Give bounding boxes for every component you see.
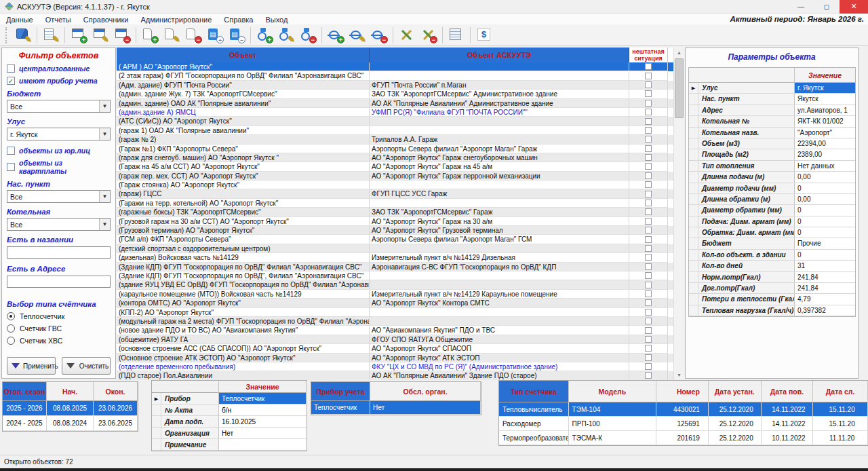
askuute-cell[interactable] (370, 117, 629, 126)
table-row[interactable]: (модульный гараж на 2 места) ФГУП "Госко… (117, 317, 684, 326)
askuute-cell[interactable]: АО "Аэропорт Якутск" Грузовой терминал (370, 226, 629, 235)
askuute-cell[interactable] (370, 71, 629, 80)
counter-column-header[interactable]: Дата сл. (813, 381, 868, 402)
parameter-value[interactable]: 0 (795, 205, 855, 215)
menu-item[interactable]: Справка (218, 16, 259, 24)
parameter-row[interactable]: БюджетПрочие (689, 238, 855, 249)
parameter-value[interactable]: г. Якутск (795, 83, 855, 93)
table-row[interactable]: (Гараж стоянка) АО "Аэропорт Якутск" (117, 181, 684, 189)
object-cell[interactable]: (Основное строение АТК ЭСТОП) АО "Аэропо… (117, 354, 370, 362)
object-cell[interactable]: (основное строение АСС (САБ СПАСОП)) АО … (117, 344, 370, 353)
device-row[interactable]: Примечание (152, 439, 307, 451)
parameter-row[interactable]: Обратка: Диам. армат (мм)0 (689, 227, 855, 238)
table-row[interactable]: (КПП-2) АО "Аэропорт Якутск" (117, 308, 684, 317)
column-header-askuute[interactable]: Объект АСКУУТЭ (370, 48, 629, 62)
clear-button[interactable]: Очистить (62, 357, 111, 375)
table-row[interactable]: (отделение временного пребывания)ФКУ "ЦХ… (117, 362, 684, 371)
toolbar-grip[interactable] (5, 27, 8, 43)
season-row[interactable]: 2025 - 202608.08.202523.06.2026 (3, 401, 138, 416)
menu-item[interactable]: Отчеты (39, 16, 77, 24)
counter-column-header[interactable]: Дата устан. (709, 381, 762, 402)
scroll-down-icon[interactable]: ▼ (674, 370, 684, 380)
object-cell[interactable]: ( АРМ ) АО "Аэропорт Якутск" (117, 62, 370, 71)
meter-column-header[interactable]: Обсл. орган. (370, 382, 481, 401)
parameter-value[interactable]: Якутск (795, 94, 855, 104)
parameter-value[interactable]: Прочие (795, 238, 855, 248)
object-cell[interactable]: (Грузовой терминал) АО "Аэропорт Якутск" (117, 226, 370, 235)
parameter-value[interactable]: ЯКТ-КК 01/002 (795, 116, 855, 126)
table-row[interactable]: (2 этаж гараж) ФГУП "Госкорпорация по Ор… (117, 71, 684, 80)
parameter-row[interactable]: Кол-во объект. в здании0 (689, 250, 855, 261)
counter-row[interactable]: ТермопреобразовательТЭСМА-К20161925.12.2… (499, 431, 868, 445)
object-cell[interactable]: (ГСМ а/п) ФКП "Аэропорты Севера" (117, 235, 370, 244)
parameter-value[interactable]: 0 (795, 227, 855, 238)
table-add-icon[interactable]: + (69, 26, 88, 44)
meter-type-radio[interactable]: Теплосчетчик (7, 312, 111, 320)
askuute-cell[interactable]: АО "Аэропорт Якутск" Гараж на 30 а/м (370, 217, 629, 226)
askuute-cell[interactable]: ФКУ "ЦХ и СО МВД по РС (Я)" (Администрат… (370, 362, 629, 371)
table-edit-icon[interactable]: ✎ (91, 26, 110, 44)
emergency-checkbox[interactable] (645, 372, 652, 379)
chevron-down-icon[interactable]: ▼ (99, 219, 110, 230)
object-cell[interactable]: (Адм. здание) ФГУП "Почта России" (117, 81, 370, 90)
askuute-cell[interactable]: Измерительный пункт в/ч №14129 Дизельная (370, 253, 629, 262)
emergency-checkbox[interactable] (645, 236, 652, 243)
radio-icon[interactable] (7, 312, 15, 320)
device-value[interactable]: Нет (219, 428, 306, 438)
table-row[interactable]: (гараж № 2)Трипалов А.А. Гараж (117, 135, 684, 144)
device-value[interactable]: б/н (219, 404, 306, 415)
object-cell[interactable]: (гаражные боксы) ТЗК "АэропортГСМсервис" (117, 208, 370, 216)
askuute-cell[interactable] (370, 317, 629, 326)
parameter-value[interactable]: 0,397382 (795, 305, 855, 316)
table-row[interactable]: (караульное помещение (МТО)) Войсковая ч… (117, 290, 684, 299)
device-row[interactable]: ОрганизацияНет (152, 428, 307, 439)
device-value[interactable]: Теплосчетчик (219, 393, 306, 404)
parameter-row[interactable]: Адресул.Авиаторов, 1 (689, 105, 855, 116)
table-row[interactable]: (админ. здание Жук. 7) ТЗК "АэропортГСМс… (117, 90, 684, 98)
table-row[interactable]: (здание ЯУЦ УВД ЕС ОрВД) ФГУП "Госкорпор… (117, 280, 684, 289)
askuute-cell[interactable] (370, 62, 629, 71)
table-row[interactable]: (Грузовой терминал) АО "Аэропорт Якутск"… (117, 226, 684, 235)
askuute-cell[interactable]: ЗАО ТЗК "АэропортГСМсервис" Гараж (370, 208, 629, 216)
settlement-dropdown[interactable]: Все ▼ (7, 190, 111, 203)
meter-row[interactable]: ТеплосчетчикНет (311, 401, 481, 415)
close-button[interactable]: ✕ (840, 0, 868, 14)
table-row[interactable]: (админ. здание) ОАО АК "Полярные авиалин… (117, 99, 684, 108)
emergency-checkbox[interactable] (645, 181, 652, 188)
table-row[interactable]: (общежитие) ЯАТУ ГАФГОУ СПО ЯАТУГА Общеж… (117, 335, 684, 344)
table-row[interactable]: (новое здание ПДО и ТО ВС) АО "Авиакомпа… (117, 326, 684, 335)
askuute-cell[interactable]: АО "Аэропорт Якутск" Гараж снегоуборочны… (370, 153, 629, 162)
checkbox-box[interactable]: ✓ (7, 77, 15, 85)
askuute-cell[interactable]: АО "Авиакомпания Якутия" ПДО и ТВС (370, 326, 629, 335)
budget-dropdown[interactable]: Все ▼ (7, 100, 111, 113)
boiler-dropdown[interactable]: Все ▼ (7, 218, 111, 231)
checkbox-centralized[interactable]: централизованные (7, 64, 111, 73)
device-remove-icon[interactable]: − (298, 26, 317, 44)
object-cell[interactable]: (АТС (СИиС)) АО "Аэропорт Якутск" (117, 117, 370, 126)
object-cell[interactable]: (админ. здание) ОАО АК "Полярные авиалин… (117, 99, 370, 108)
parameter-value[interactable]: 241,84 (795, 283, 855, 293)
object-cell[interactable]: (Гараж №1) ФКП "Аэропорты Севера" (117, 145, 370, 153)
currency-icon[interactable]: $ (475, 26, 494, 44)
askuute-cell[interactable] (370, 308, 629, 317)
chevron-down-icon[interactable]: ▼ (99, 191, 110, 202)
parameter-value[interactable]: 0 (795, 216, 855, 227)
object-remove-icon[interactable]: − (184, 26, 203, 44)
emergency-checkbox[interactable] (645, 118, 652, 125)
parameter-value[interactable]: 241,84 (795, 272, 855, 282)
askuute-cell[interactable]: ЗАО ТЗК "АэропортГСМсервис" Администрати… (370, 90, 629, 98)
object-cell[interactable]: (караульное помещение (МТО)) Войсковая ч… (117, 290, 370, 299)
menu-item[interactable]: Данные (0, 16, 39, 24)
device-row[interactable]: Дата подп.16.10.2025 (152, 416, 307, 428)
parameter-value[interactable]: 2389,00 (795, 149, 855, 159)
object-cell[interactable]: (модульный гараж на 2 места) ФГУП "Госко… (117, 317, 370, 326)
parameter-row[interactable]: Длинна обратки (м)0,00 (689, 194, 855, 205)
parameter-value[interactable]: 0,00 (795, 194, 855, 204)
menu-item[interactable]: Администрирование (134, 16, 218, 24)
emergency-checkbox[interactable] (645, 272, 652, 279)
menu-item[interactable]: Справочники (77, 16, 135, 24)
column-header-emergency[interactable]: нештатная ситуация (629, 48, 668, 62)
report-edit-icon[interactable]: ✎ (41, 26, 60, 44)
askuute-cell[interactable]: ФГУП ГЦСС УСС Гараж (370, 189, 629, 198)
parameter-row[interactable]: Норм.потр(Гкал)241,84 (689, 272, 855, 283)
